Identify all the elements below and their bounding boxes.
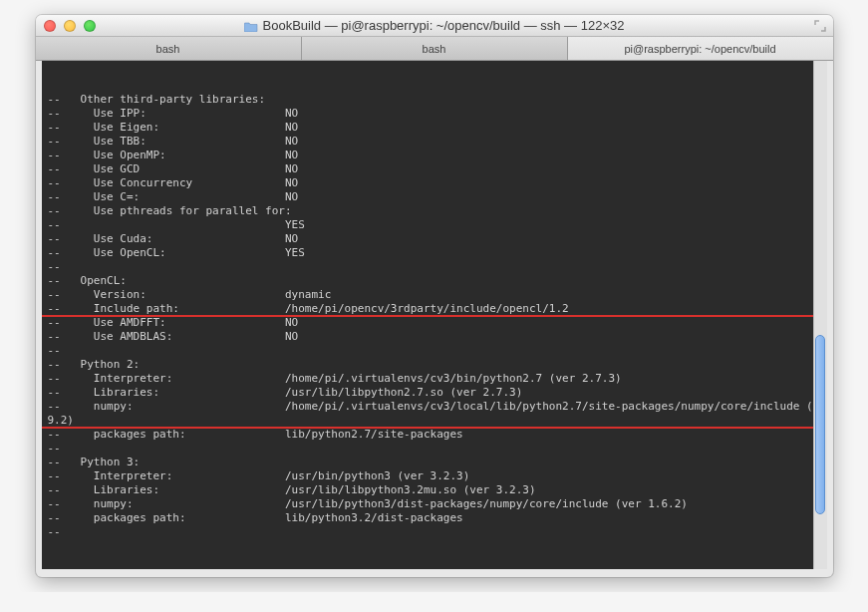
tab-label: bash	[423, 43, 446, 55]
terminal-line: -- Include path: /home/pi/opencv/3rdpart…	[48, 302, 821, 316]
terminal-line: -- Use GCD NO	[48, 162, 821, 176]
terminal-line: -- Use OpenMP: NO	[48, 149, 821, 162]
expand-icon[interactable]	[813, 19, 827, 33]
terminal-line: -- Python 3:	[48, 456, 821, 469]
terminal-line: -- Interpreter: /home/pi/.virtualenvs/cv…	[48, 372, 821, 386]
terminal-line: -- Use Eigen: NO	[48, 121, 821, 135]
terminal-window: BookBuild — pi@raspberrypi: ~/opencv/bui…	[36, 15, 833, 577]
terminal-output[interactable]: -- Other third-party libraries:-- Use IP…	[42, 61, 827, 569]
terminal-line: --	[48, 442, 821, 456]
terminal-line: -- Other third-party libraries:	[48, 93, 821, 107]
window-title: BookBuild — pi@raspberrypi: ~/opencv/bui…	[244, 18, 625, 33]
terminal-line: -- packages path: lib/python2.7/site-pac…	[48, 428, 821, 442]
terminal-line: -- Python 2:	[48, 358, 821, 372]
terminal-line: -- Interpreter: /usr/bin/python3 (ver 3.…	[48, 469, 821, 483]
terminal-line: --	[48, 260, 821, 274]
scrollbar-track[interactable]	[813, 61, 827, 569]
terminal-line: -- Libraries: /usr/lib/libpython3.2mu.so…	[48, 483, 821, 497]
terminal-line: -- Use AMDBLAS: NO	[48, 330, 821, 344]
terminal-line: -- Use TBB: NO	[48, 135, 821, 149]
terminal-line: --	[48, 525, 821, 539]
zoom-button[interactable]	[84, 20, 96, 32]
tab-label: pi@raspberrypi: ~/opencv/build	[624, 43, 775, 55]
terminal-line: -- OpenCL:	[48, 274, 821, 288]
tab-bash-2[interactable]: bash	[302, 37, 568, 60]
terminal-line: -- Use C=: NO	[48, 190, 821, 204]
terminal-line: -- numpy: /home/pi/.virtualenvs/cv3/loca…	[48, 400, 821, 414]
titlebar[interactable]: BookBuild — pi@raspberrypi: ~/opencv/bui…	[36, 15, 833, 37]
terminal-line: -- Use OpenCL: YES	[48, 246, 821, 260]
terminal-line: -- Use Concurrency NO	[48, 176, 821, 190]
tab-label: bash	[156, 43, 180, 55]
window-title-text: BookBuild — pi@raspberrypi: ~/opencv/bui…	[263, 18, 625, 33]
terminal-line: -- packages path: lib/python3.2/dist-pac…	[48, 511, 821, 525]
tabbar: bash bash pi@raspberrypi: ~/opencv/build	[36, 37, 833, 61]
terminal-line: -- YES	[48, 218, 821, 232]
terminal-line: -- Libraries: /usr/lib/libpython2.7.so (…	[48, 386, 821, 400]
tab-bash-1[interactable]: bash	[36, 37, 302, 60]
traffic-lights	[44, 20, 96, 32]
terminal-line: -- Use IPP: NO	[48, 107, 821, 121]
terminal-line: 9.2)	[48, 414, 821, 428]
terminal-line: -- Version: dynamic	[48, 288, 821, 302]
terminal-line: -- Use Cuda: NO	[48, 232, 821, 246]
tab-opencv-build[interactable]: pi@raspberrypi: ~/opencv/build	[568, 37, 833, 60]
folder-icon	[244, 20, 258, 31]
terminal-line: --	[48, 344, 821, 358]
terminal-line: -- Use AMDFFT: NO	[48, 316, 821, 330]
minimize-button[interactable]	[64, 20, 76, 32]
close-button[interactable]	[44, 20, 56, 32]
terminal-line: -- numpy: /usr/lib/python3/dist-packages…	[48, 497, 821, 511]
terminal-line: -- Use pthreads for parallel for:	[48, 204, 821, 218]
scrollbar-thumb[interactable]	[815, 335, 825, 514]
